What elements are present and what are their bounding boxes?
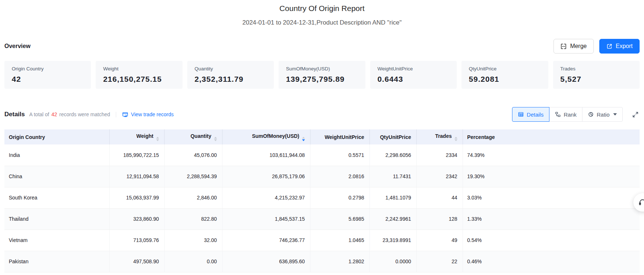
details-summary: Details A total of 42 records were match…	[4, 111, 174, 118]
table-cell: 22	[416, 251, 463, 272]
column-label: SumOfMoney(USD)	[252, 133, 299, 139]
card-label: Origin Country	[12, 66, 84, 72]
table-cell: 45,076.00	[164, 144, 222, 166]
chevron-down-icon	[613, 113, 617, 115]
card-value: 0.6443	[378, 75, 449, 84]
table-cell: 2.0816	[310, 166, 369, 187]
column-header[interactable]: Weight	[109, 129, 164, 144]
table-cell: 26,875,179.06	[222, 166, 310, 187]
table-cell: 0.5571	[310, 144, 369, 166]
merge-button[interactable]: Merge	[553, 39, 593, 54]
table-cell: 0.0000	[369, 251, 416, 272]
country-of-origin-report-page: Country Of Origin Report 2024-01-01 to 2…	[0, 0, 644, 275]
table-row[interactable]: China12,911,094.582,288,594.3926,875,179…	[4, 166, 640, 187]
column-header[interactable]: Percentage	[463, 129, 640, 144]
table-cell: China	[4, 166, 109, 187]
tab-details[interactable]: Details	[512, 107, 549, 122]
column-header[interactable]: Quantity	[164, 129, 222, 144]
table-cell: 746,236.77	[222, 230, 310, 251]
window-arrow-icon	[122, 111, 128, 118]
table-cell: 19.30%	[463, 166, 640, 187]
table-row[interactable]: Thailand323,860.90822.801,845,537.155.69…	[4, 208, 640, 230]
sort-icon[interactable]	[214, 137, 217, 141]
overview-heading: Overview	[4, 43, 30, 50]
rank-flow-icon	[555, 111, 561, 117]
table-cell: 103,611,944.08	[222, 144, 310, 166]
sort-icon[interactable]	[156, 137, 159, 141]
column-label: Quantity	[191, 133, 211, 139]
overview-section-header: Overview Merge Export	[0, 38, 644, 54]
table-row[interactable]: South Korea15,063,937.992,846.004,215,23…	[4, 187, 640, 208]
fullscreen-button[interactable]	[631, 110, 640, 119]
table-cell: 5.6985	[310, 208, 369, 230]
table-cell: 822.80	[164, 208, 222, 230]
matched-prefix-text: A total of	[29, 111, 49, 117]
table-cell: 1.2802	[310, 251, 369, 272]
merge-cells-icon	[560, 43, 567, 50]
card-value: 2,352,311.79	[195, 75, 266, 84]
table-cell: 3.03%	[463, 187, 640, 208]
table-cell: 1.33%	[463, 208, 640, 230]
view-switcher: Details Rank Ratio	[512, 107, 623, 122]
card-value: 59.2081	[469, 75, 541, 84]
tab-rank-label: Rank	[564, 111, 577, 118]
table-cell: 2,846.00	[164, 187, 222, 208]
table-cell: 636,895.60	[222, 251, 310, 272]
card-label: Trades	[560, 66, 632, 72]
table-cell: South Korea	[4, 187, 109, 208]
export-button-label: Export	[616, 43, 633, 50]
sort-icon[interactable]	[455, 137, 457, 141]
view-trade-records-link[interactable]: View trade records	[122, 111, 173, 118]
table-cell: 2342	[416, 166, 463, 187]
report-filter-subtitle: 2024-01-01 to 2024-12-31,Product Descrip…	[0, 18, 644, 27]
column-header[interactable]: Trades	[416, 129, 463, 144]
table-cell: 323,860.90	[109, 208, 164, 230]
tab-rank[interactable]: Rank	[549, 107, 582, 122]
tab-ratio-label: Ratio	[597, 111, 610, 118]
table-cell: 713,059.76	[109, 230, 164, 251]
overview-card: Origin Country 42	[4, 61, 91, 89]
column-label: QtyUnitPrice	[380, 134, 411, 140]
column-label: Origin Country	[9, 134, 45, 140]
fullscreen-expand-icon	[632, 111, 639, 118]
tab-details-label: Details	[527, 111, 544, 118]
page-title: Country Of Origin Report	[0, 4, 644, 13]
export-button[interactable]: Export	[599, 39, 640, 54]
table-cell: 1.0465	[310, 230, 369, 251]
table-cell: 2,288,594.39	[164, 166, 222, 187]
table-cell: 2334	[416, 144, 463, 166]
table-cell: 0.00	[164, 251, 222, 272]
overview-actions: Merge Export	[553, 39, 640, 54]
card-label: SumOfMoney(USD)	[286, 66, 358, 72]
column-header[interactable]: Origin Country	[4, 129, 109, 144]
table-cell: 185,990,722.15	[109, 144, 164, 166]
table-cell: 44	[416, 187, 463, 208]
matched-count: 42	[51, 111, 57, 117]
table-row[interactable]: India185,990,722.1545,076.00103,611,944.…	[4, 144, 640, 166]
table-cell: Thailand	[4, 208, 109, 230]
table-cell: 497,508.90	[109, 251, 164, 272]
table-cell: 2,298.6056	[369, 144, 416, 166]
table-cell: 0.54%	[463, 230, 640, 251]
overview-card: Trades 5,527	[553, 61, 640, 89]
card-label: WeightUnitPrice	[378, 66, 449, 72]
table-cell: 49	[416, 230, 463, 251]
table-row[interactable]: Vietnam713,059.7632.00746,236.771.046523…	[4, 230, 640, 251]
overview-card: Quantity 2,352,311.79	[187, 61, 274, 89]
view-trade-records-label: View trade records	[131, 111, 173, 117]
table-cell: Vietnam	[4, 230, 109, 251]
sort-icon[interactable]	[302, 137, 305, 141]
column-header[interactable]: WeightUnitPrice	[310, 129, 369, 144]
column-header[interactable]: SumOfMoney(USD)	[222, 129, 310, 144]
column-header[interactable]: QtyUnitPrice	[369, 129, 416, 144]
column-label: Trades	[435, 133, 452, 139]
card-label: Weight	[103, 66, 175, 72]
table-body: India185,990,722.1545,076.00103,611,944.…	[4, 144, 640, 272]
table-cell: 15,063,937.99	[109, 187, 164, 208]
table-row[interactable]: Pakistan497,508.900.00636,895.601.28020.…	[4, 251, 640, 272]
table-cell: Pakistan	[4, 251, 109, 272]
table-cell: 0.46%	[463, 251, 640, 272]
tab-ratio[interactable]: Ratio	[582, 107, 623, 122]
matched-suffix-text: records were matched	[59, 111, 110, 117]
card-value: 5,527	[560, 75, 632, 84]
